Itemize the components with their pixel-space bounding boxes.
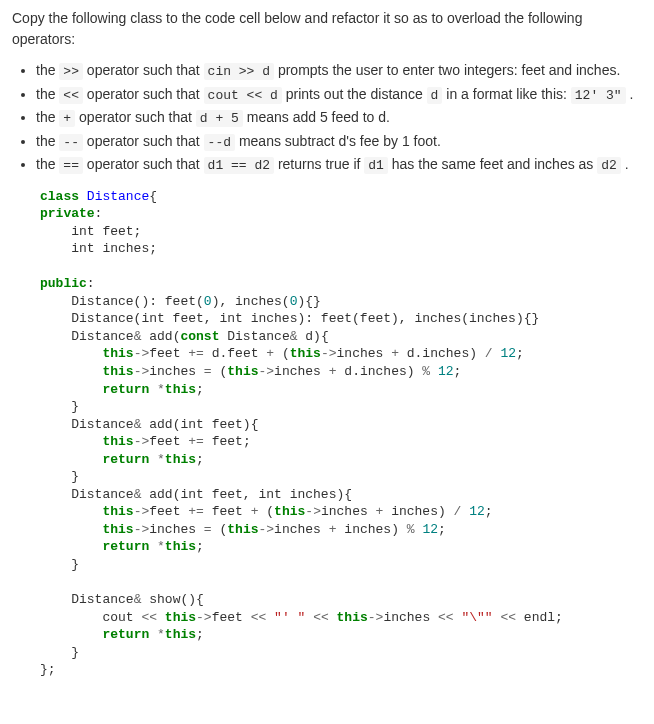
list-item: the << operator such that cout << d prin… bbox=[36, 84, 642, 106]
inline-code: cout << d bbox=[204, 87, 282, 104]
list-item: the == operator such that d1 == d2 retur… bbox=[36, 154, 642, 176]
text: the bbox=[36, 62, 59, 78]
text: . bbox=[626, 86, 634, 102]
inline-code: 12' 3" bbox=[571, 87, 626, 104]
text: means subtract d's fee by 1 foot. bbox=[235, 133, 441, 149]
text: the bbox=[36, 133, 59, 149]
text: means add 5 feed to d. bbox=[243, 109, 390, 125]
inline-code: -- bbox=[59, 134, 83, 151]
operator-list: the >> operator such that cin >> d promp… bbox=[12, 60, 642, 176]
text: has the same feet and inches as bbox=[388, 156, 597, 172]
code-block: class Distance{ private: int feet; int i… bbox=[40, 188, 642, 679]
inline-code: d2 bbox=[597, 157, 621, 174]
text: operator such that bbox=[83, 156, 204, 172]
inline-code: --d bbox=[204, 134, 235, 151]
list-item: the + operator such that d + 5 means add… bbox=[36, 107, 642, 129]
text: operator such that bbox=[83, 62, 204, 78]
inline-code: cin >> d bbox=[204, 63, 274, 80]
text: in a format like this: bbox=[442, 86, 570, 102]
text: operator such that bbox=[83, 86, 204, 102]
inline-code: d1 bbox=[364, 157, 388, 174]
text: operator such that bbox=[75, 109, 196, 125]
text: prompts the user to enter two integers: … bbox=[274, 62, 620, 78]
inline-code: d1 == d2 bbox=[204, 157, 274, 174]
text: . bbox=[621, 156, 629, 172]
instruction-text: Copy the following class to the code cel… bbox=[12, 8, 642, 50]
text: the bbox=[36, 109, 59, 125]
inline-code: >> bbox=[59, 63, 83, 80]
text: operator such that bbox=[83, 133, 204, 149]
list-item: the >> operator such that cin >> d promp… bbox=[36, 60, 642, 82]
text: the bbox=[36, 86, 59, 102]
inline-code: d + 5 bbox=[196, 110, 243, 127]
inline-code: == bbox=[59, 157, 83, 174]
list-item: the -- operator such that --d means subt… bbox=[36, 131, 642, 153]
inline-code: + bbox=[59, 110, 75, 127]
text: returns true if bbox=[274, 156, 364, 172]
text: prints out the distance bbox=[282, 86, 427, 102]
inline-code: << bbox=[59, 87, 83, 104]
inline-code: d bbox=[427, 87, 443, 104]
text: the bbox=[36, 156, 59, 172]
